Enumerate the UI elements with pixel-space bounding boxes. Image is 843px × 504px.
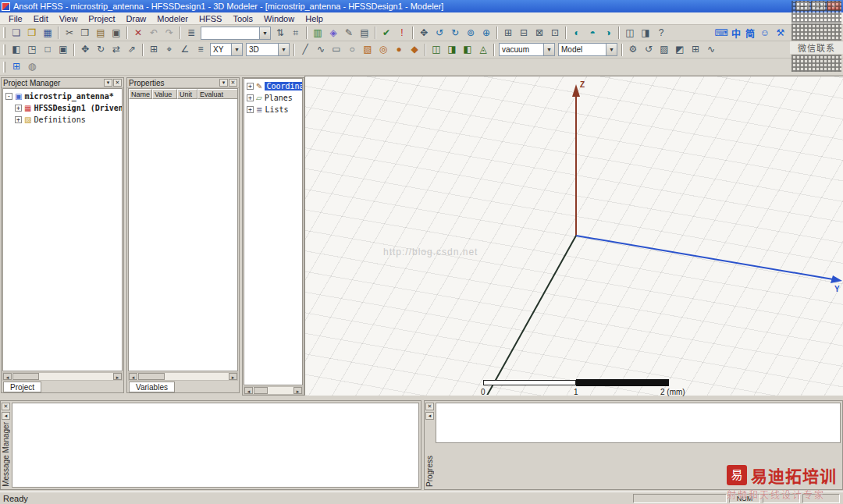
unite-icon[interactable]: ◫ [429,43,443,56]
properties-menu-button[interactable]: ▾ [219,79,228,87]
rotate-view-icon[interactable]: ↺ [432,27,446,40]
combo-dropdown-icon[interactable]: ▼ [543,44,554,55]
boundary-icon[interactable]: ◩ [673,43,687,56]
project-manager-menu-button[interactable]: ▾ [104,79,112,87]
solution-setup-icon[interactable]: ◈ [326,27,340,40]
draw-sphere-icon[interactable]: ● [392,43,406,56]
select-face-icon[interactable]: ▣ [56,43,70,56]
scroll-track[interactable] [165,373,229,380]
view-top-icon[interactable]: ◓ [585,27,599,40]
progress-pin-button[interactable]: ◂ [425,412,434,420]
paste-icon[interactable]: ▤ [94,27,108,40]
menu-item-hfss[interactable]: HFSS [194,13,227,24]
ime-keyboard-icon[interactable]: ⌨ [714,27,728,40]
wire-mode-icon[interactable]: ◳ [25,43,39,56]
scroll-thumb[interactable] [138,373,165,380]
sort-icon[interactable]: ⇅ [273,27,287,40]
material-combo[interactable]: vacuum▼ [499,43,555,56]
material-assign-icon[interactable]: ▨ [657,43,671,56]
draw-spline-icon[interactable]: ∿ [314,43,328,56]
tree-node-definitions[interactable]: + ▨ Definitions [12,114,122,126]
redo-icon[interactable]: ↷ [162,27,176,40]
offset-icon[interactable]: ⇗ [125,43,139,56]
menu-item-window[interactable]: Window [258,13,300,24]
split-icon[interactable]: ◬ [476,43,490,56]
save-icon[interactable]: ▦ [41,27,55,40]
scroll-thumb[interactable] [254,387,268,394]
draw-cylinder-icon[interactable]: ◎ [376,43,390,56]
copy-image-icon[interactable]: ◫ [623,27,637,40]
expander-icon[interactable]: + [247,83,254,90]
mark-icon[interactable]: ⌗ [289,27,303,40]
delete-icon[interactable]: ✕ [131,27,145,40]
material-library-icon[interactable]: ▥ [311,27,325,40]
fit-all-icon[interactable]: ⊡ [548,27,562,40]
menu-item-tools[interactable]: Tools [227,13,258,24]
zoom-out-icon[interactable]: ⊟ [517,27,531,40]
column-header-evaluated[interactable]: Evaluat [197,89,238,99]
message-pin-button[interactable]: ◂ [2,412,10,420]
ime-charset-indicator[interactable]: 简 [745,27,755,40]
select-object-icon[interactable]: □ [41,43,55,56]
plot-icon[interactable]: ∿ [704,43,718,56]
expander-icon[interactable]: + [247,94,254,101]
properties-titlebar[interactable]: Properties ▾ ✕ [127,78,239,88]
menu-item-modeler[interactable]: Modeler [151,13,194,24]
scroll-right-arrow[interactable]: ▸ [229,373,237,380]
ime-settings-icon[interactable]: ⚒ [774,27,788,40]
history-tree-icon[interactable]: ↺ [642,43,656,56]
expander-icon[interactable]: + [15,116,22,123]
expander-icon[interactable]: + [247,106,254,113]
intersect-icon[interactable]: ◧ [461,43,475,56]
expander-icon[interactable]: + [15,105,22,112]
model-combo[interactable]: Model▼ [558,43,617,56]
draw-circle-icon[interactable]: ○ [345,43,359,56]
object-attributes-icon[interactable]: ⚙ [626,43,640,56]
draw-line-icon[interactable]: ╱ [298,43,312,56]
horizontal-scrollbar[interactable]: ◂ ▸ [2,372,123,381]
draw-torus-icon[interactable]: ◆ [407,43,422,56]
tab-project[interactable]: Project [3,382,41,392]
modeler-3d-view[interactable]: Z Y http://blog.csdn.net 0 1 2 (mm) [304,76,843,396]
new-icon[interactable]: ❏ [9,27,23,40]
view-mode-combo[interactable]: 3D▼ [246,43,290,56]
menu-item-help[interactable]: Help [300,13,329,24]
scroll-left-arrow[interactable]: ◂ [3,373,12,380]
ime-smiley-icon[interactable]: ☺ [758,27,772,40]
menu-item-edit[interactable]: Edit [28,13,54,24]
combo-dropdown-icon[interactable]: ▼ [259,27,270,39]
scroll-left-arrow[interactable]: ◂ [129,373,137,380]
toolbar-grip[interactable] [3,44,5,55]
combo-dropdown-icon[interactable]: ▼ [278,44,289,55]
spin-view-icon[interactable]: ↻ [448,27,462,40]
pan-icon[interactable]: ✥ [417,27,431,40]
move-icon[interactable]: ✥ [78,43,92,56]
copy-icon[interactable]: ❒ [78,27,92,40]
grid-display-icon[interactable]: ◍ [25,60,39,73]
toolbar-grip[interactable] [3,27,5,38]
maximize-button[interactable]: ❐ [811,1,826,11]
cut-icon[interactable]: ✂ [62,27,76,40]
validate-icon[interactable]: ✔ [379,27,393,40]
close-button[interactable]: ✕ [827,1,841,11]
scroll-thumb[interactable] [12,373,39,380]
combo-dropdown-icon[interactable]: ▼ [231,44,242,55]
combo-dropdown-icon[interactable]: ▼ [606,44,617,55]
tab-variables[interactable]: Variables [129,382,175,392]
properties-close-button[interactable]: ✕ [229,79,237,87]
progress-list[interactable] [436,403,841,443]
column-header-value[interactable]: Value [152,89,177,99]
scroll-track[interactable] [39,373,113,380]
project-manager-titlebar[interactable]: Project Manager ▾ ✕ [2,78,123,88]
message-close-button[interactable]: ✕ [2,403,10,410]
help-icon[interactable]: ? [654,27,668,40]
message-list[interactable] [12,403,419,488]
drawing-plane-combo[interactable]: XY▼ [210,43,243,56]
horizontal-scrollbar[interactable]: ◂ ▸ [128,372,238,381]
toolbar-grip[interactable] [3,62,5,73]
analyze-all-icon[interactable]: ! [395,27,409,40]
scroll-right-arrow[interactable]: ▸ [113,373,122,380]
progress-close-button[interactable]: ✕ [425,403,434,410]
ime-lang-indicator[interactable]: 中 [731,27,741,40]
export-icon[interactable]: ◨ [638,27,653,40]
